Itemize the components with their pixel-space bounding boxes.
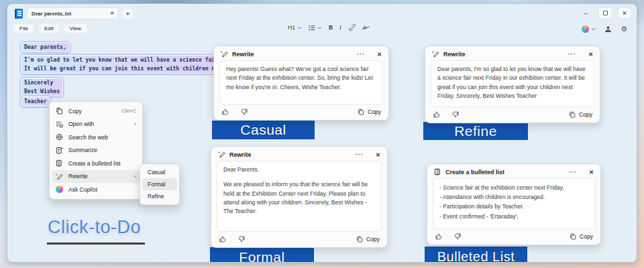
annotation-label-casual: Casual [212,121,315,139]
list-icon [309,25,315,31]
copilot-icon [56,186,63,193]
copy-button[interactable]: Copy [356,236,380,243]
thumbs-up-icon[interactable] [433,111,441,119]
click-to-do-caption: Click-to-Do [48,217,141,238]
copilot-dropdown[interactable] [582,25,596,33]
copilot-icon [582,25,589,33]
italic-button[interactable]: I [339,24,341,31]
rewrite-pen-icon: + [218,151,225,158]
copy-label: Copy [579,111,592,118]
submenu-item-formal[interactable]: Formal [142,178,177,190]
rewrite-card-refine: + Rewrite ··· ✕ Dear parents, I'm so gla… [425,46,600,123]
context-item-rewrite[interactable]: + Rewrite › [52,170,140,184]
submenu-item-casual[interactable]: Casual [142,166,177,178]
copy-button[interactable]: Copy [569,111,592,118]
context-item-label: Summarize [68,147,97,153]
svg-text:✦: ✦ [61,147,63,150]
svg-text:+: + [56,173,58,176]
context-item-label: Create a bulleted list [68,160,121,167]
maximize-button[interactable] [598,7,612,19]
card-title: Rewrite [443,51,466,58]
submenu-item-refine[interactable]: Refine [142,190,177,202]
summarize-icon: ✦ [56,147,63,154]
copy-label: Copy [580,233,593,240]
close-icon[interactable]: ✕ [376,151,380,158]
thumbs-up-icon[interactable] [219,235,227,243]
thumbs-down-icon[interactable] [240,108,248,116]
notepad-window: Dear parents,.txt ✕ + – ✕ File Edit View… [7,3,637,263]
menu-view[interactable]: View [64,24,87,33]
editor-line: It will be great if you can join this ev… [24,64,227,73]
context-item-summarize[interactable]: ✦ Summarize [52,144,140,157]
close-icon[interactable]: ✕ [589,169,594,176]
card-title: Rewrite [229,151,252,158]
more-options-icon[interactable]: ··· [569,169,577,176]
close-icon[interactable]: ✕ [588,51,593,58]
maximize-icon [603,11,608,15]
copy-button[interactable]: Copy [570,233,593,240]
card-body: Dear parents, I'm so glad to let you kno… [431,60,594,107]
thumbs-down-icon[interactable] [237,235,246,243]
card-body: Hey parents! Guess what? We've got a coo… [219,60,383,105]
bulleted-list-icon [56,159,63,167]
context-item-bulleted-list[interactable]: Create a bulleted list [52,157,140,170]
heading-label: H1 [288,24,295,31]
card-body: - Science fair at the exhibition center … [433,178,595,229]
globe-icon [56,133,63,141]
desktop: Dear parents,.txt ✕ + – ✕ File Edit View… [0,0,644,268]
tab-close-icon[interactable]: ✕ [110,11,114,16]
account-icon[interactable] [604,25,612,33]
thumbs-up-icon[interactable] [221,108,229,116]
context-item-ask-copilot[interactable]: Ask Copilot [52,183,140,196]
context-item-label: Copy [68,108,82,115]
thumbs-down-icon[interactable] [451,111,460,119]
copy-icon [356,236,363,243]
svg-text:+: + [218,151,220,154]
context-item-label: Rewrite [68,173,88,180]
more-options-icon[interactable]: ··· [356,151,364,158]
context-item-open-with[interactable]: Open with › [52,118,140,131]
bulleted-list-card: Create a bulleted list ··· ✕ - Science f… [427,163,601,245]
bold-button[interactable]: B [329,24,333,31]
text-entity-signoff[interactable]: Sincerely Best Wishes [21,78,63,96]
close-icon[interactable]: ✕ [377,51,382,58]
context-menu: Copy Ctrl+C Open with › Search the web ✦… [49,101,143,200]
more-options-icon[interactable]: ··· [568,51,576,58]
list-dropdown[interactable] [309,25,322,31]
notepad-app-icon [15,9,23,19]
link-icon[interactable] [348,24,356,31]
annotation-label-refine: Refine [423,122,528,140]
menu-edit[interactable]: Edit [39,24,59,33]
text-entity-greeting[interactable]: Dear parents, [21,42,70,52]
rewrite-pen-icon: + [221,50,228,58]
minimize-button[interactable]: – [579,7,592,19]
new-tab-button[interactable]: + [123,9,133,19]
close-button[interactable]: ✕ [618,7,631,19]
editor-line: I'm so glad to let you know that we will… [24,56,227,64]
tab-title: Dear parents,.txt [32,11,71,17]
clear-formatting-button[interactable]: A [363,24,367,31]
card-title: Rewrite [232,51,254,58]
editor-line: Sincerely [24,78,60,87]
context-item-copy[interactable]: Copy Ctrl+C [52,105,140,118]
chevron-down-icon [297,26,302,29]
rewrite-submenu: Casual Formal Refine [140,163,180,205]
titlebar-right: ⚙ [582,25,627,34]
copy-label: Copy [368,109,381,115]
context-item-search-web[interactable]: Search the web [52,131,140,144]
thumbs-down-icon[interactable] [453,232,462,241]
text-entity-teacher[interactable]: Teacher [21,96,50,107]
copy-button[interactable]: Copy [358,109,381,115]
editor-line: Best Wishes [24,87,60,96]
heading-dropdown[interactable]: H1 [288,24,302,31]
document-tab[interactable]: Dear parents,.txt ✕ [27,7,119,19]
copy-icon [358,109,364,115]
shortcut-label: Ctrl+C [122,108,136,114]
menu-file[interactable]: File [14,24,34,33]
card-body: Dear Parents, We are pleased to inform y… [217,161,382,232]
card-paragraph: Dear Parents, [223,165,375,174]
thumbs-up-icon[interactable] [435,232,443,241]
settings-gear-icon[interactable]: ⚙ [621,25,627,34]
more-options-icon[interactable]: ··· [357,51,365,58]
text-entity-body[interactable]: I'm so glad to let you know that we will… [21,55,231,74]
